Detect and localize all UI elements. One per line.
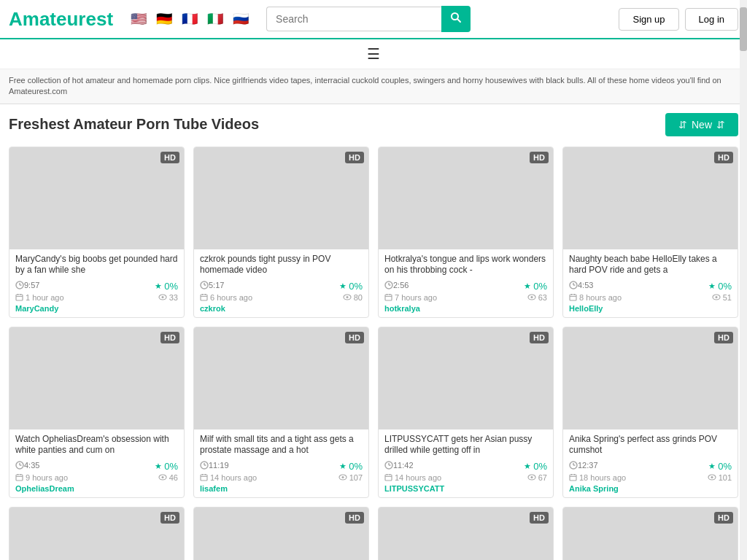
log-in-button[interactable]: Log in bbox=[685, 8, 738, 31]
video-author[interactable]: lisafem bbox=[200, 484, 363, 493]
video-meta-row: 2:56 ★ 0% bbox=[384, 281, 547, 292]
video-thumbnail[interactable]: HD bbox=[379, 327, 553, 429]
video-date-views: 8 hours ago 51 bbox=[569, 293, 732, 302]
video-thumbnail[interactable]: HD bbox=[563, 147, 738, 249]
it-flag[interactable]: 🇮🇹 bbox=[204, 11, 226, 27]
video-thumbnail[interactable]: HD bbox=[9, 327, 184, 429]
eye-icon bbox=[527, 294, 536, 300]
video-thumbnail[interactable]: HD bbox=[379, 147, 553, 249]
video-author[interactable]: LITPUSSYCATT bbox=[384, 484, 547, 493]
calendar-icon bbox=[569, 473, 577, 481]
video-thumbnail[interactable]: HD bbox=[194, 508, 368, 560]
video-rating: ★ 0% bbox=[339, 281, 363, 292]
video-thumbnail[interactable]: HD bbox=[563, 508, 738, 560]
video-title: czkrok pounds tight pussy in POV homemad… bbox=[200, 254, 363, 277]
auth-buttons: Sign up Log in bbox=[619, 8, 738, 31]
sort-new-button[interactable]: ⇵ New ⇵ bbox=[665, 113, 738, 136]
video-author[interactable]: czkrok bbox=[200, 304, 363, 313]
video-thumbnail[interactable]: HD bbox=[379, 508, 553, 560]
video-date: 6 hours ago bbox=[200, 293, 252, 302]
video-author[interactable]: OpheliasDream bbox=[15, 484, 178, 493]
hamburger-menu[interactable]: ☰ bbox=[367, 45, 380, 63]
video-duration: 11:42 bbox=[384, 461, 414, 470]
search-button[interactable] bbox=[441, 6, 471, 32]
video-card[interactable]: HD bbox=[378, 507, 554, 560]
video-views: 80 bbox=[343, 293, 363, 302]
video-title: Milf with small tits and a tight ass get… bbox=[200, 434, 363, 457]
video-rating: ★ 0% bbox=[339, 461, 363, 472]
video-date: 14 hours ago bbox=[384, 473, 441, 482]
video-thumbnail[interactable]: HD bbox=[194, 327, 368, 429]
svg-rect-50 bbox=[201, 475, 207, 481]
clock-icon bbox=[569, 461, 578, 470]
video-author[interactable]: HelloElly bbox=[569, 304, 732, 313]
scrollbar[interactable] bbox=[740, 0, 747, 560]
sort-arrow-left-icon: ⇵ bbox=[678, 119, 687, 131]
hd-badge: HD bbox=[530, 512, 549, 524]
video-card[interactable]: HD Watch OpheliasDream's obsession with … bbox=[9, 327, 185, 498]
video-author[interactable]: Anika Spring bbox=[569, 484, 732, 493]
video-thumbnail[interactable]: HD bbox=[9, 508, 184, 560]
search-input[interactable] bbox=[266, 7, 441, 31]
video-duration: 5:17 bbox=[200, 281, 224, 289]
video-title: Naughty beach babe HelloElly takes a har… bbox=[569, 254, 732, 277]
search-icon bbox=[450, 12, 462, 23]
video-meta-row: 11:42 ★ 0% bbox=[384, 461, 547, 472]
calendar-icon bbox=[15, 473, 23, 481]
video-views: 33 bbox=[158, 293, 178, 302]
calendar-icon bbox=[384, 473, 392, 481]
calendar-icon bbox=[384, 293, 392, 301]
video-card[interactable]: HD czkrok pounds tight pussy in POV home… bbox=[193, 147, 369, 318]
video-info: Anika Spring's perfect ass grinds POV cu… bbox=[563, 429, 738, 497]
svg-line-1 bbox=[457, 19, 460, 22]
sign-up-button[interactable]: Sign up bbox=[619, 8, 678, 31]
svg-rect-5 bbox=[16, 295, 23, 300]
video-thumbnail[interactable]: HD bbox=[194, 147, 368, 249]
logo-highlight: rest bbox=[78, 8, 113, 30]
eye-icon bbox=[158, 474, 167, 481]
hd-badge: HD bbox=[530, 332, 549, 343]
svg-rect-68 bbox=[570, 475, 576, 481]
video-views: 51 bbox=[712, 293, 732, 302]
video-card[interactable]: HD MaryCandy's big boobs get pounded har… bbox=[9, 147, 185, 318]
video-card[interactable]: HD bbox=[562, 507, 738, 560]
video-duration: 4:35 bbox=[15, 461, 39, 470]
ru-flag[interactable]: 🇷🇺 bbox=[230, 11, 252, 27]
video-info: Naughty beach babe HelloElly takes a har… bbox=[563, 249, 738, 317]
header: Amateurest 🇺🇸 🇩🇪 🇫🇷 🇮🇹 🇷🇺 Sign up Log in bbox=[0, 0, 747, 39]
video-rating: ★ 0% bbox=[524, 461, 547, 472]
video-card[interactable]: HD Naughty beach babe HelloElly takes a … bbox=[562, 147, 738, 318]
video-card[interactable]: HD Hotkralya's tongue and lips work wond… bbox=[378, 147, 554, 318]
video-author[interactable]: hotkralya bbox=[384, 304, 547, 313]
video-info: Milf with small tits and a tight ass get… bbox=[194, 429, 368, 497]
video-date-views: 7 hours ago 63 bbox=[384, 293, 547, 302]
sort-label: New bbox=[692, 119, 712, 131]
eye-icon bbox=[338, 474, 347, 481]
clock-icon bbox=[569, 281, 578, 289]
video-rating: ★ 0% bbox=[524, 281, 547, 292]
svg-point-55 bbox=[341, 476, 344, 478]
de-flag[interactable]: 🇩🇪 bbox=[153, 11, 175, 27]
video-date-views: 6 hours ago 80 bbox=[200, 293, 363, 302]
logo[interactable]: Amateurest bbox=[9, 8, 113, 31]
video-card[interactable]: HD bbox=[9, 507, 185, 560]
video-card[interactable]: HD Anika Spring's perfect ass grinds POV… bbox=[562, 327, 738, 498]
hd-badge: HD bbox=[345, 512, 364, 524]
hd-badge: HD bbox=[160, 512, 179, 524]
calendar-icon bbox=[200, 293, 208, 301]
video-author[interactable]: MaryCandy bbox=[15, 304, 178, 313]
video-thumbnail[interactable]: HD bbox=[563, 327, 738, 429]
flag-group: 🇺🇸 🇩🇪 🇫🇷 🇮🇹 🇷🇺 bbox=[128, 11, 252, 27]
video-card[interactable]: HD LITPUSSYCATT gets her Asian pussy dri… bbox=[378, 327, 554, 498]
us-flag[interactable]: 🇺🇸 bbox=[128, 11, 150, 27]
eye-icon bbox=[712, 294, 721, 300]
scrollbar-thumb[interactable] bbox=[740, 7, 747, 51]
video-card[interactable]: HD bbox=[193, 507, 369, 560]
fr-flag[interactable]: 🇫🇷 bbox=[179, 11, 201, 27]
star-icon: ★ bbox=[155, 462, 162, 471]
svg-point-19 bbox=[346, 296, 348, 298]
hd-badge: HD bbox=[345, 332, 364, 343]
video-card[interactable]: HD Milf with small tits and a tight ass … bbox=[193, 327, 369, 498]
star-icon: ★ bbox=[155, 281, 162, 291]
video-thumbnail[interactable]: HD bbox=[9, 147, 184, 249]
